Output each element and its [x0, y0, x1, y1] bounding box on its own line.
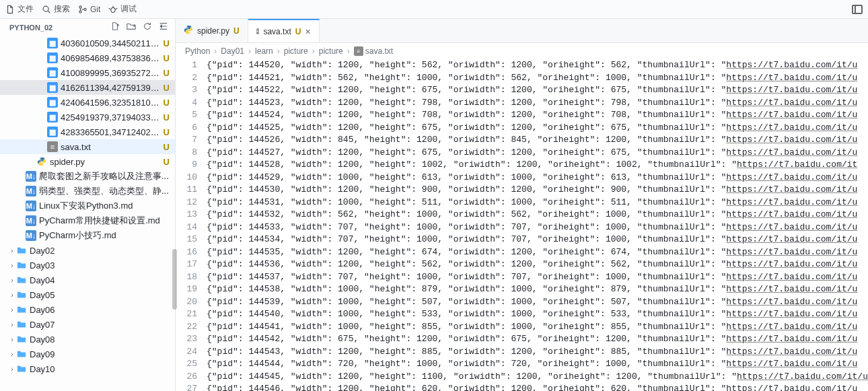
item-label: 爬取套图之新手攻略以及注意事...	[39, 170, 170, 182]
search-menu[interactable]: 搜索	[42, 3, 70, 15]
folder-item[interactable]: ›Day06	[0, 302, 175, 317]
file-item[interactable]: M↓PyCharm常用快捷键和设置.md	[0, 213, 175, 228]
folder-item[interactable]: ›Day08	[0, 332, 175, 347]
line-number: 7	[176, 134, 197, 147]
chevron-icon: ›	[8, 321, 16, 328]
line-number: 6	[176, 122, 197, 135]
file-item[interactable]: ▩4254919379,3719403362...U	[0, 110, 175, 125]
panel-toggle-icon[interactable]	[852, 5, 863, 14]
folder-item[interactable]: ›Day09	[0, 347, 175, 361]
line-number: 1	[176, 59, 197, 72]
git-icon	[78, 5, 87, 14]
breadcrumb-item[interactable]: Day01	[221, 46, 244, 56]
url-text: https://t7.baidu.com/it/u	[726, 284, 857, 294]
file-item[interactable]: ≡sava.txtU	[0, 139, 175, 154]
svg-line-7	[109, 8, 111, 9]
line-number: 17	[176, 258, 197, 271]
git-label: Git	[90, 5, 100, 14]
item-label: 4100899995,3693527232...	[61, 68, 161, 78]
code-line: {"pid": 144521, "width": 562, "height": …	[207, 72, 868, 85]
file-item[interactable]: ▩4240641596,3235181048...U	[0, 95, 175, 110]
vcs-status: U	[161, 53, 170, 63]
text-file-icon: ≡	[354, 46, 363, 56]
url-text: https://t7.baidu.com/it/u	[726, 184, 857, 194]
url-text: https://t7.baidu.com/it/u	[726, 334, 857, 344]
folder-item[interactable]: ›Day05	[0, 287, 175, 302]
file-item[interactable]: M↓Linux下安装Python3.md	[0, 199, 175, 213]
item-label: 弱类型、强类型、动态类型、静...	[39, 185, 170, 197]
git-menu[interactable]: Git	[78, 5, 100, 14]
editor-tab[interactable]: ≡sava.txtU×	[248, 19, 320, 42]
debug-menu[interactable]: 调试	[108, 3, 137, 15]
folder-item[interactable]: ›Day04	[0, 273, 175, 287]
files-label: 文件	[17, 3, 34, 15]
code-area[interactable]: 1234567891011121314151617181920212223242…	[176, 59, 868, 391]
breadcrumb-item[interactable]: learn	[255, 46, 273, 56]
line-number: 2	[176, 72, 197, 85]
file-item[interactable]: ▩4036010509,3445021118...U	[0, 36, 175, 50]
folder-item[interactable]: ›Day02	[0, 243, 175, 258]
code-line: {"pid": 144546, "width": 1200, "height":…	[207, 383, 868, 391]
text-file-icon: ≡	[47, 141, 58, 152]
chevron-icon: ›	[8, 247, 16, 254]
folder-item[interactable]: ›Day10	[0, 361, 175, 376]
refresh-icon[interactable]	[143, 22, 152, 33]
close-icon[interactable]: ×	[305, 26, 310, 37]
line-number: 21	[176, 308, 197, 321]
folder-icon	[16, 349, 27, 359]
vcs-status: U	[161, 157, 170, 167]
markdown-icon: M↓	[26, 171, 36, 182]
chevron-icon: ›	[8, 262, 16, 269]
file-item[interactable]: M↓弱类型、强类型、动态类型、静...	[0, 184, 175, 199]
code-content: {"pid": 144520, "width": 1200, "height":…	[207, 59, 868, 391]
line-number: 5	[176, 109, 197, 122]
file-item[interactable]: ▩4283365501,3471240222...U	[0, 125, 175, 139]
code-line: {"pid": 144544, "width": 720, "height": …	[207, 358, 868, 371]
url-text: https://t7.baidu.com/it/u	[726, 135, 857, 145]
breadcrumb-item[interactable]: ≡sava.txt	[354, 46, 393, 57]
breadcrumb-separator: ›	[214, 46, 217, 56]
url-text: https://t7.baidu.com/it/u	[726, 122, 857, 133]
code-line: {"pid": 144530, "width": 1200, "height":…	[207, 184, 868, 197]
folder-item[interactable]: ›Day03	[0, 258, 175, 273]
file-item[interactable]: ▩4100899995,3693527232...U	[0, 65, 175, 80]
code-line: {"pid": 144523, "width": 1200, "height":…	[207, 97, 868, 110]
file-item[interactable]: M↓PyCharm小技巧.md	[0, 228, 175, 243]
new-file-icon[interactable]	[110, 22, 120, 33]
url-text: https://t7.baidu.com/it/u	[726, 309, 857, 319]
url-text: https://t7.baidu.com/it/u	[726, 85, 857, 95]
item-label: Linux下安装Python3.md	[39, 200, 170, 212]
file-item[interactable]: M↓爬取套图之新手攻略以及注意事...	[0, 169, 175, 184]
markdown-icon: M↓	[26, 230, 36, 241]
folder-icon	[16, 363, 27, 374]
sidebar-scrollbar-thumb[interactable]	[172, 249, 177, 310]
vcs-status: U	[161, 98, 170, 108]
line-number: 15	[176, 234, 197, 246]
file-item[interactable]: ▩4069854689,437538368...U	[0, 50, 175, 65]
file-item[interactable]: spider.pyU	[0, 154, 175, 169]
search-label: 搜索	[54, 3, 70, 15]
breadcrumb-item[interactable]: picture	[284, 46, 308, 56]
url-text: https://t7.baidu.com/it/u	[726, 222, 857, 232]
files-menu[interactable]: 文件	[5, 3, 34, 15]
line-number: 18	[176, 271, 197, 284]
svg-point-3	[79, 10, 81, 12]
code-line: {"pid": 144527, "width": 1200, "height":…	[207, 147, 868, 159]
chevron-icon: ›	[8, 336, 16, 343]
breadcrumb-item[interactable]: Python	[185, 46, 210, 56]
editor-tab[interactable]: spider.pyU	[176, 19, 248, 42]
new-folder-icon[interactable]	[126, 22, 136, 33]
debug-label: 调试	[120, 3, 137, 15]
item-label: Day05	[30, 290, 170, 300]
file-tree[interactable]: ▩4036010509,3445021118...U▩4069854689,43…	[0, 36, 175, 391]
folder-item[interactable]: ›Day07	[0, 317, 175, 332]
collapse-icon[interactable]	[159, 22, 168, 33]
url-text: https://t7.baidu.com/it/u	[726, 209, 857, 219]
svg-point-2	[79, 5, 81, 7]
file-item[interactable]: ▩4162611394,4275913936...U	[0, 80, 175, 95]
tab-label: sava.txt	[263, 27, 291, 36]
breadcrumb: Python›Day01›learn›picture›picture›≡sava…	[176, 43, 868, 59]
chevron-icon: ›	[8, 365, 16, 373]
breadcrumb-item[interactable]: picture	[319, 46, 343, 56]
folder-icon	[16, 334, 27, 345]
